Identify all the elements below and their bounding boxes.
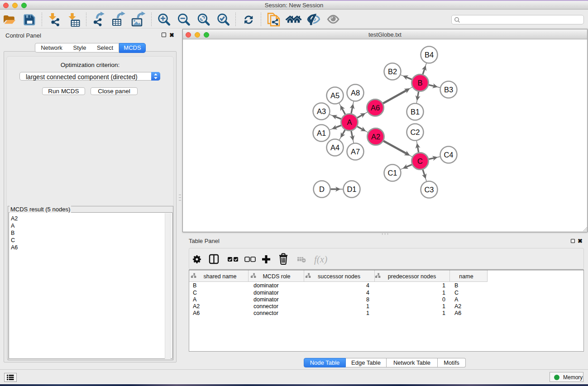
svg-text:1: 1 xyxy=(366,310,369,316)
svg-text:A3: A3 xyxy=(317,107,326,115)
svg-text:A8: A8 xyxy=(351,89,360,97)
svg-text:8: 8 xyxy=(366,296,369,303)
svg-text:f(x): f(x) xyxy=(314,254,327,265)
svg-text:dominator: dominator xyxy=(253,296,279,303)
svg-text:name: name xyxy=(459,273,473,280)
svg-text:A2: A2 xyxy=(371,133,380,141)
svg-text:dominator: dominator xyxy=(253,282,279,289)
svg-text:A4: A4 xyxy=(330,143,339,152)
svg-text:D1: D1 xyxy=(347,185,356,193)
svg-text:A2: A2 xyxy=(454,303,461,310)
svg-text:C: C xyxy=(454,290,459,296)
svg-text:1: 1 xyxy=(442,290,445,296)
svg-text:B4: B4 xyxy=(425,51,434,59)
svg-text:predecessor nodes: predecessor nodes xyxy=(388,273,436,280)
svg-text:B: B xyxy=(417,79,422,87)
svg-text:D: D xyxy=(319,185,325,193)
svg-text:1: 1 xyxy=(442,310,445,316)
svg-text:1: 1 xyxy=(442,303,445,310)
svg-text:C2: C2 xyxy=(410,128,420,136)
svg-text:shared name: shared name xyxy=(204,273,237,280)
svg-text:C4: C4 xyxy=(444,151,453,159)
svg-text:successor nodes: successor nodes xyxy=(318,273,360,280)
svg-text:MCDS role: MCDS role xyxy=(263,273,290,280)
svg-text:connector: connector xyxy=(253,310,278,316)
svg-text:A1: A1 xyxy=(317,129,326,137)
svg-text:4: 4 xyxy=(366,282,369,289)
svg-text:C: C xyxy=(417,157,423,165)
svg-text:A2: A2 xyxy=(193,303,200,310)
svg-text:1: 1 xyxy=(366,303,369,310)
svg-text:A5: A5 xyxy=(330,91,339,100)
svg-text:A: A xyxy=(454,296,459,303)
svg-text:A6: A6 xyxy=(193,310,200,316)
svg-text:4: 4 xyxy=(366,290,369,296)
svg-text:B3: B3 xyxy=(444,86,453,94)
svg-text:A7: A7 xyxy=(351,148,360,156)
svg-text:A: A xyxy=(347,118,352,126)
svg-text:connector: connector xyxy=(253,303,278,310)
svg-text:B: B xyxy=(454,282,458,289)
svg-text:C1: C1 xyxy=(387,169,397,177)
svg-text:B2: B2 xyxy=(388,67,397,76)
svg-text:B: B xyxy=(193,282,196,289)
svg-text:C3: C3 xyxy=(424,186,434,194)
svg-text:1: 1 xyxy=(442,282,445,289)
svg-text:dominator: dominator xyxy=(253,290,279,296)
svg-text:B1: B1 xyxy=(411,108,420,116)
svg-text:C: C xyxy=(193,290,197,296)
svg-text:A6: A6 xyxy=(454,310,461,316)
svg-text:A6: A6 xyxy=(371,104,380,112)
svg-text:A: A xyxy=(193,296,197,303)
svg-text:0: 0 xyxy=(442,296,445,303)
